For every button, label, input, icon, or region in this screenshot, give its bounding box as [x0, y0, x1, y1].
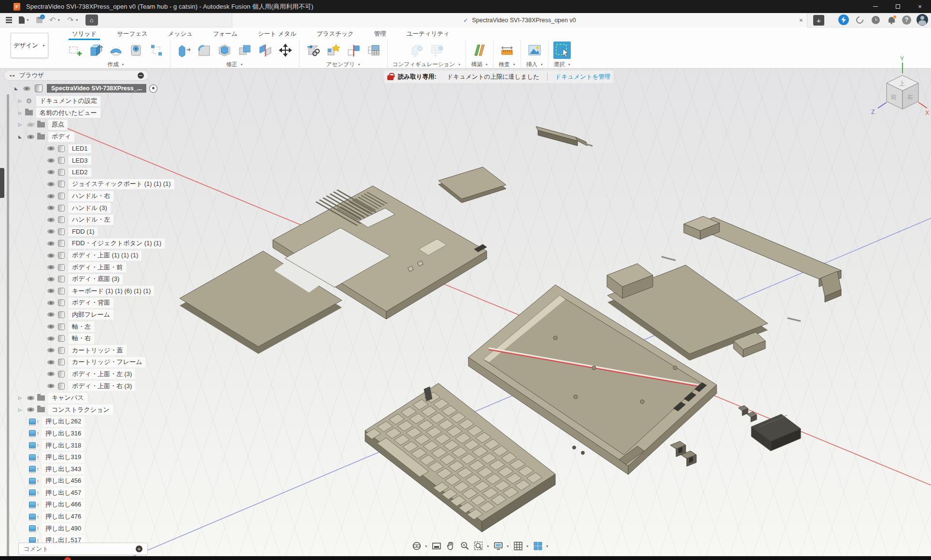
tree-item-label[interactable]: 押し出し490	[42, 523, 85, 533]
tree-item-label[interactable]: ボディ	[48, 132, 74, 142]
visibility-eye-icon[interactable]	[47, 229, 55, 234]
tree-item-label[interactable]: ボディ・上面・前	[69, 262, 126, 272]
browser-tree-row[interactable]: ▷ ◣ ⚙ ↑ 軸・右	[4, 333, 149, 345]
tree-item-label[interactable]: ボディ・背面	[69, 298, 113, 308]
browser-tree-row[interactable]: ▷ ◣ ⚙ ↑ カートリッジ・フレーム	[4, 356, 149, 368]
collapsed-arrow-icon[interactable]: ▷	[18, 111, 25, 115]
comment-bar[interactable]: コメント +	[18, 543, 148, 555]
visibility-eye-icon[interactable]	[47, 289, 55, 293]
tree-item-label[interactable]: ボディ・底面 (3)	[69, 274, 123, 284]
browser-tree-row[interactable]: ▷ ◣ ⚙ ↑ ボディ	[4, 131, 149, 143]
browser-tree-row[interactable]: ▷ ◣ ⚙ ↑ 原点	[4, 119, 149, 131]
visibility-eye-icon[interactable]	[47, 194, 55, 198]
browser-tree-row[interactable]: ▷ ◣ ⚙ ↑ キャンバス	[4, 392, 149, 404]
look-at-button[interactable]	[431, 541, 442, 551]
browser-tree-row[interactable]: ▷ ◣ ⚙ ↑ 押し出し466	[4, 499, 149, 511]
tree-item-label[interactable]: ボディ・上面・右 (3)	[69, 381, 135, 391]
tree-item-label[interactable]: LED2	[69, 168, 91, 177]
tree-item-label[interactable]: 押し出し262	[42, 417, 85, 427]
browser-tree-row[interactable]: ▷ ◣ ⚙ ↑ FDD (1)	[4, 226, 149, 238]
tree-item-label[interactable]: ハンドル・左	[69, 215, 113, 225]
visibility-eye-icon[interactable]	[27, 396, 34, 400]
viewports-button[interactable]: ▼	[533, 541, 549, 551]
visibility-eye-icon[interactable]	[47, 206, 55, 210]
tree-item-label[interactable]: コンストラクション	[48, 405, 113, 415]
tree-item-label[interactable]: 軸・左	[69, 322, 94, 332]
add-comment-icon[interactable]: +	[136, 546, 142, 552]
visibility-eye-icon[interactable]	[27, 407, 34, 412]
visibility-eye-icon[interactable]	[47, 170, 55, 174]
tree-item-label[interactable]: 押し出し319	[42, 452, 85, 462]
visibility-eye-icon[interactable]	[47, 312, 55, 317]
tree-item-label[interactable]: FDD (1)	[69, 227, 98, 236]
visibility-eye-icon[interactable]	[47, 182, 55, 186]
browser-tree-row[interactable]: ▷ ◣ ⚙ ↑ 押し出し319	[4, 451, 149, 463]
visibility-eye-icon[interactable]	[47, 277, 55, 281]
browser-tree-row[interactable]: ▷ ◣ ⚙ ↑ LED1	[4, 142, 149, 154]
browser-tree-row[interactable]: ▷ ◣ ⚙ ↑ ボディ・上面・右 (3)	[4, 380, 149, 392]
collapsed-panel-handle[interactable]	[0, 168, 4, 198]
orbit-button[interactable]: ▼	[411, 541, 428, 551]
expand-arrow-icon[interactable]: ◣	[14, 86, 21, 91]
tree-item-label[interactable]: 押し出し343	[42, 464, 85, 474]
expanded-arrow-icon[interactable]: ◣	[18, 134, 25, 139]
browser-tree-row[interactable]: ▷ ◣ ⚙ ↑ コンストラクション	[4, 404, 149, 416]
browser-tree-row[interactable]: ▷ ◣ ⚙ ↑ 押し出し490	[4, 522, 149, 534]
manage-documents-link[interactable]: ドキュメントを管理	[555, 73, 611, 81]
tree-item-label[interactable]: 押し出し476	[42, 512, 85, 522]
visibility-eye-icon[interactable]	[47, 146, 55, 151]
tree-item-label[interactable]: FDD・イジェクトボタン (1) (1)	[69, 238, 165, 249]
model-rear-strip[interactable]	[536, 126, 592, 146]
pan-button[interactable]	[445, 541, 456, 551]
browser-tree-row[interactable]: ▷ ◣ ⚙ ↑ 押し出し316	[4, 428, 149, 440]
browser-tree-row[interactable]: ▷ ◣ ⚙ ↑ ボディ・上面 (1) (1) (1)	[4, 250, 149, 262]
fit-button[interactable]: ▼	[473, 541, 490, 551]
browser-tree-row[interactable]: ▷ ◣ ⚙ ↑ 内部フレーム	[4, 309, 149, 321]
browser-tree-row[interactable]: ▷ ◣ ⚙ ↑ ハンドル (3)	[4, 202, 149, 214]
tree-item-label[interactable]: カートリッジ・蓋	[69, 345, 127, 355]
tree-item-label[interactable]: ジョイスティックポート (1) (1) (1)	[69, 179, 174, 189]
browser-tree-row[interactable]: ▷ ◣ ⚙ ↑ 押し出し318	[4, 439, 149, 451]
collapsed-arrow-icon[interactable]: ▷	[18, 395, 25, 400]
tree-item-label[interactable]: ボディ・上面・左 (3)	[69, 369, 135, 379]
browser-tree-row[interactable]: ▷ ◣ ⚙ ↑ ジョイスティックポート (1) (1) (1)	[4, 178, 149, 190]
root-component-label[interactable]: SpectraVideo SVI-738XPress_...	[47, 84, 146, 93]
visibility-eye-icon[interactable]	[47, 301, 55, 305]
tree-item-label[interactable]: キーボード (1) (1) (6) (1) (1)	[69, 286, 154, 296]
tree-item-label[interactable]: カートリッジ・フレーム	[69, 357, 145, 367]
visibility-eye-icon[interactable]	[47, 360, 55, 364]
browser-tree-row[interactable]: ▷ ◣ ⚙ ↑ LED2	[4, 167, 149, 179]
tree-item-label[interactable]: 軸・右	[69, 334, 94, 344]
tree-item-label[interactable]: ボディ・上面 (1) (1) (1)	[69, 251, 141, 261]
browser-header[interactable]: ◄◄ ブラウザ	[4, 70, 149, 81]
browser-tree-row[interactable]: ▷ ◣ ⚙ ↑ カートリッジ・蓋	[4, 344, 149, 356]
visibility-eye-icon[interactable]	[47, 336, 55, 341]
minimize-browser-icon[interactable]	[138, 72, 144, 79]
browser-tree-row[interactable]: ▷ ◣ ⚙ ↑ 押し出し476	[4, 511, 149, 523]
model-cartridge-frame[interactable]	[438, 167, 506, 203]
browser-scrollbar[interactable]	[7, 94, 9, 559]
visibility-eye-icon[interactable]	[47, 253, 55, 258]
browser-tree-row[interactable]: ▷ ◣ ⚙ ↑ ハンドル・左	[4, 214, 149, 226]
tree-item-label[interactable]: 名前の付いたビュー	[36, 108, 100, 118]
visibility-eye-icon[interactable]	[47, 241, 55, 246]
browser-tree-row[interactable]: ▷ ◣ ⚙ ↑ 押し出し457	[4, 487, 149, 499]
visibility-eye-icon[interactable]	[23, 86, 30, 91]
browser-tree-row[interactable]: ▷ ◣ ⚙ ↑ 押し出し343	[4, 463, 149, 475]
visibility-eye-icon[interactable]	[47, 265, 55, 269]
view-cube[interactable]: Y X Z 上 前 右	[871, 56, 929, 116]
browser-tree-row[interactable]: ▷ ◣ ⚙ ↑ ボディ・背面	[4, 297, 149, 309]
visibility-eye-icon[interactable]	[47, 348, 55, 352]
browser-tree-row[interactable]: ▷ ◣ ⚙ ↑ 押し出し262	[4, 416, 149, 428]
browser-tree-row[interactable]: ▷ ◣ ⚙ ↑ ドキュメントの設定	[4, 95, 149, 107]
tree-item-label[interactable]: 押し出し456	[42, 476, 85, 486]
zoom-button[interactable]	[459, 541, 470, 551]
activate-component-icon[interactable]	[149, 84, 157, 93]
browser-tree-row[interactable]: ▷ ◣ ⚙ ↑ 押し出し456	[4, 475, 149, 487]
browser-tree-row[interactable]: ▷ ◣ ⚙ ↑ 軸・左	[4, 321, 149, 333]
display-settings-button[interactable]: ▼	[493, 541, 509, 551]
browser-root-row[interactable]: ◣ SpectraVideo SVI-738XPress_...	[4, 83, 149, 94]
visibility-eye-icon[interactable]	[47, 384, 55, 388]
tree-item-label[interactable]: ドキュメントの設定	[36, 96, 100, 106]
browser-tree-row[interactable]: ▷ ◣ ⚙ ↑ LED3	[4, 154, 149, 167]
